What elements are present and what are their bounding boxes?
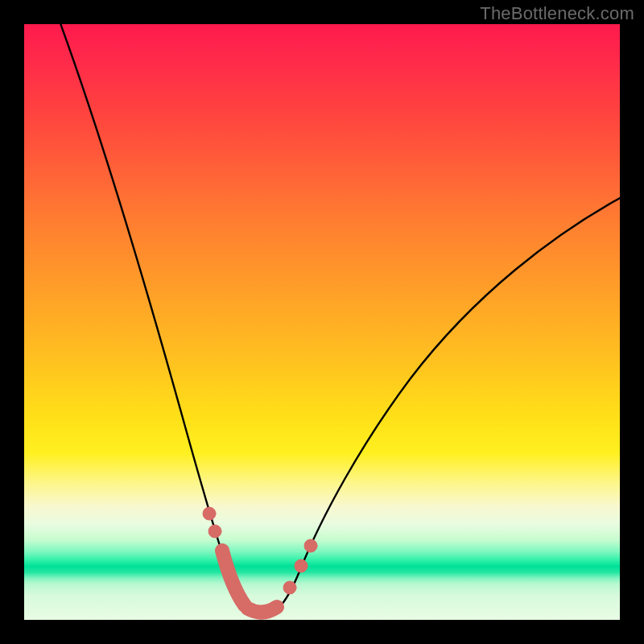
svg-point-0 bbox=[203, 507, 216, 520]
chart-frame: TheBottleneck.com bbox=[0, 0, 644, 644]
svg-point-2 bbox=[283, 581, 296, 594]
curve-path bbox=[55, 24, 620, 614]
svg-point-4 bbox=[304, 539, 317, 552]
svg-point-3 bbox=[295, 559, 308, 572]
watermark-text: TheBottleneck.com bbox=[480, 3, 634, 24]
svg-point-1 bbox=[208, 525, 221, 538]
trough-markers bbox=[203, 507, 317, 613]
plot-area bbox=[24, 24, 620, 620]
bottleneck-curve bbox=[24, 24, 620, 620]
